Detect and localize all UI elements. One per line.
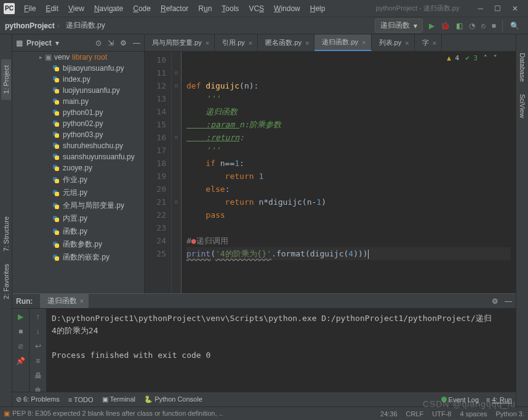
menu-navigate[interactable]: Navigate: [90, 2, 127, 15]
tree-file[interactable]: index.py: [12, 74, 144, 85]
event-log-button[interactable]: Event Log: [441, 396, 479, 403]
run-toolbar-1: ▶ ■ ⎚ 📌: [12, 309, 30, 395]
pin-icon[interactable]: 📌: [16, 357, 25, 365]
scroll-icon[interactable]: ≡: [36, 357, 40, 365]
tree-file[interactable]: 全局与局部变量.py: [12, 199, 144, 212]
chevron-up-icon[interactable]: ˄: [484, 54, 487, 62]
print-icon[interactable]: 🖶: [34, 371, 42, 380]
breadcrumb-root[interactable]: pythonProject: [5, 22, 55, 30]
tab-todo[interactable]: ≡ TODO: [68, 396, 94, 403]
menu-vcs[interactable]: VCS: [244, 2, 268, 15]
tree-file[interactable]: 元组.py: [12, 186, 144, 199]
hide-icon[interactable]: —: [133, 39, 140, 47]
editor-tab[interactable]: 递归函数.py×: [314, 34, 371, 51]
close-icon[interactable]: ✕: [512, 4, 518, 13]
menu-help[interactable]: Help: [306, 2, 330, 15]
tab-terminal[interactable]: ▣ Terminal: [102, 395, 135, 403]
search-icon[interactable]: 🔍: [506, 22, 523, 30]
menu-run[interactable]: Run: [194, 2, 216, 15]
right-rail: Database SciView: [516, 34, 528, 406]
console-output[interactable]: D:\pythonProject1\pythonProject\venv\Scr…: [47, 309, 516, 395]
menu-refactor[interactable]: Refactor: [156, 2, 193, 15]
tree-file[interactable]: python01.py: [12, 107, 144, 118]
tree-file[interactable]: 函数的嵌套.py: [12, 251, 144, 264]
breadcrumb-file[interactable]: 递归函数.py: [66, 20, 105, 31]
editor-tab[interactable]: 匿名函数.py×: [258, 34, 314, 51]
softwrap-icon[interactable]: ↩: [35, 342, 41, 351]
right-tab-sciview[interactable]: SciView: [518, 88, 527, 124]
tab-run[interactable]: ≡ 4: Run: [486, 396, 512, 403]
tree-file[interactable]: zuoye.py: [12, 162, 144, 173]
tree-file[interactable]: shuruheshuchu.py: [12, 140, 144, 151]
status-position[interactable]: 24:36: [380, 410, 398, 418]
app-icon: PC: [4, 3, 15, 14]
maximize-icon[interactable]: ☐: [494, 4, 501, 13]
run-tab[interactable]: 递归函数 ×: [40, 294, 89, 308]
menu-tools[interactable]: Tools: [217, 2, 243, 15]
tree-file[interactable]: suanshuyunsuanfu.py: [12, 151, 144, 162]
left-tab-favorites[interactable]: 2: Favorites: [1, 258, 11, 305]
left-tab-structure[interactable]: 7: Structure: [1, 210, 11, 258]
status-indent[interactable]: 4 spaces: [460, 410, 487, 418]
code-editor[interactable]: ▲ 4 ✔ 3 ˄ ˅ 1011121314151617181920212223…: [145, 52, 516, 293]
tree-file[interactable]: 内置.py: [12, 212, 144, 225]
hide-icon[interactable]: —: [505, 297, 512, 306]
file-label: 函数的嵌套.py: [63, 252, 110, 263]
menu-code[interactable]: Code: [129, 2, 155, 15]
coverage-icon[interactable]: ◧: [456, 22, 463, 30]
python-file-icon: [52, 64, 60, 73]
close-icon[interactable]: ×: [305, 39, 309, 47]
close-icon[interactable]: ×: [405, 39, 409, 47]
down-icon[interactable]: ↓: [36, 327, 40, 336]
tree-file[interactable]: python02.py: [12, 118, 144, 129]
code-content[interactable]: def diguijc(n): ''' 递归函数 :param n:阶乘参数 :…: [182, 52, 516, 293]
locate-icon[interactable]: ⊙: [95, 39, 102, 47]
tree-file[interactable]: main.py: [12, 96, 144, 107]
status-encoding[interactable]: UTF-8: [432, 410, 451, 418]
file-label: main.py: [63, 97, 89, 106]
editor-tab[interactable]: 局与局部变量.py×: [145, 34, 215, 51]
status-python[interactable]: Python 3.: [496, 410, 524, 418]
gear-icon[interactable]: ⚙: [120, 39, 127, 47]
chevron-down-icon[interactable]: ˅: [494, 54, 497, 62]
layout-icon[interactable]: ⎚: [18, 342, 23, 351]
tree-file[interactable]: 函数.py: [12, 225, 144, 238]
run-config-selector[interactable]: 递归函数 ▾: [375, 18, 423, 33]
tree-file[interactable]: python03.py: [12, 129, 144, 140]
menu-edit[interactable]: Edit: [41, 2, 63, 15]
menu-file[interactable]: File: [20, 2, 40, 15]
tab-problems[interactable]: ⊘ 6: Problems: [16, 395, 60, 403]
up-icon[interactable]: ↑: [36, 312, 40, 321]
editor-tab[interactable]: 字×: [415, 34, 442, 51]
project-tree[interactable]: ▸ ▣ venv library root bijiaoyunsuanfu.py…: [12, 52, 144, 293]
minimize-icon[interactable]: ─: [478, 4, 483, 13]
left-tab-project[interactable]: 1: Project: [1, 59, 11, 100]
collapse-icon[interactable]: ⇲: [108, 39, 114, 47]
debug-icon[interactable]: 🐞: [441, 22, 450, 30]
tree-folder-venv[interactable]: ▸ ▣ venv library root: [12, 52, 144, 63]
right-tab-database[interactable]: Database: [518, 47, 527, 88]
close-icon[interactable]: ×: [433, 39, 436, 47]
tree-file[interactable]: bijiaoyunsuanfu.py: [12, 63, 144, 74]
close-icon[interactable]: ×: [362, 39, 366, 46]
tree-file[interactable]: 函数参数.py: [12, 238, 144, 251]
tree-file[interactable]: luojiyunsuanfu.py: [12, 85, 144, 96]
gear-icon[interactable]: ⚙: [492, 297, 498, 306]
menu-view[interactable]: View: [64, 2, 89, 15]
play-icon[interactable]: ▶: [429, 22, 434, 30]
concurrency-icon[interactable]: ⎋: [481, 22, 486, 30]
close-icon[interactable]: ×: [79, 297, 84, 306]
status-eol[interactable]: CRLF: [406, 410, 424, 418]
rerun-icon[interactable]: ▶: [18, 312, 23, 321]
editor-tab[interactable]: 引用.py×: [215, 34, 258, 51]
editor-tab[interactable]: 列表.py×: [372, 34, 415, 51]
menu-window[interactable]: Window: [270, 2, 305, 15]
close-icon[interactable]: ×: [206, 39, 209, 47]
stop-icon[interactable]: ■: [492, 22, 496, 30]
profile-icon[interactable]: ◔: [469, 22, 475, 30]
tab-python-console[interactable]: 🐍 Python Console: [144, 395, 202, 403]
stop-icon[interactable]: ■: [18, 327, 23, 336]
chevron-down-icon[interactable]: ▾: [55, 39, 59, 47]
close-icon[interactable]: ×: [249, 39, 252, 47]
tree-file[interactable]: 作业.py: [12, 173, 144, 186]
